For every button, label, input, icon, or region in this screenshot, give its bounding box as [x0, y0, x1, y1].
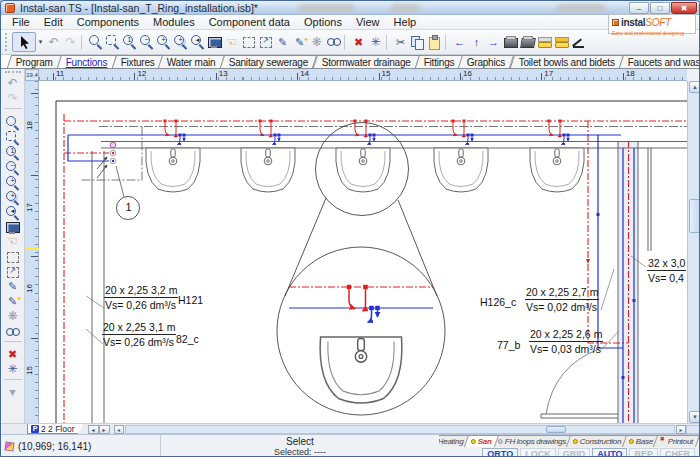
pan-icon[interactable]: ☜ [223, 34, 240, 51]
scroll-right-icon[interactable]: ► [676, 425, 686, 434]
spray-icon[interactable]: ❋ [4, 309, 21, 324]
scroll-left-icon[interactable]: ◄ [114, 425, 124, 434]
lock-toggle[interactable]: LOCK [520, 448, 556, 457]
orto-toggle[interactable]: ORTO [482, 448, 518, 457]
menu-item[interactable]: Component data [202, 15, 297, 30]
drawing-canvas[interactable]: 20 x 2,25 3,2 m Vs= 0,26 dm³/s H121 20 x… [39, 81, 687, 423]
zoom-scale-icon[interactable]: 1 [121, 34, 138, 51]
zoom-icon[interactable] [4, 114, 21, 129]
horizontal-scroll-thumb[interactable] [546, 426, 566, 433]
zoom-out-icon[interactable]: − [4, 159, 21, 174]
sheet-next-button[interactable]: ► [99, 425, 110, 434]
rep-toggle[interactable]: REP [629, 448, 658, 457]
zoom-scale-icon[interactable]: 1 [4, 144, 21, 159]
zoom-back-icon[interactable]: ◂ [189, 34, 206, 51]
tab-functions[interactable]: Functions [57, 55, 117, 68]
redraw-icon[interactable] [4, 219, 21, 234]
select-region-icon[interactable] [240, 34, 257, 51]
move-left-icon[interactable]: ← [451, 34, 468, 51]
scroll-up-icon[interactable]: ▲ [689, 81, 700, 93]
layer-tab-construction[interactable]: Construction [566, 435, 629, 447]
redo-icon[interactable]: ↷ [62, 34, 79, 51]
zoom-page-icon[interactable]: + [4, 189, 21, 204]
highlighter-icon[interactable]: ✎ [4, 294, 21, 309]
undo-icon[interactable]: ↶ [4, 76, 21, 91]
spray-icon[interactable]: ❋ [308, 34, 325, 51]
zoom-in-icon[interactable]: + [4, 174, 21, 189]
search-icon[interactable] [325, 34, 342, 51]
pan-icon[interactable]: ☜ [4, 234, 21, 249]
maximize-button[interactable]: □ [650, 2, 670, 14]
move-up-icon[interactable]: ↑ [468, 34, 485, 51]
zoom-out-icon[interactable]: − [138, 34, 155, 51]
zoom-window-icon[interactable] [4, 129, 21, 144]
select-tool-button[interactable] [12, 32, 36, 52]
layers-add-icon[interactable] [553, 34, 570, 51]
tab-faucets-washbasins[interactable]: Faucets and washbasins [619, 55, 700, 68]
separator[interactable] [445, 35, 449, 50]
tab-water-main[interactable]: Water main [158, 55, 225, 68]
undo-icon[interactable]: ↶ [45, 34, 62, 51]
chfr-toggle[interactable]: CHFR [660, 448, 695, 457]
zoom-in-icon[interactable]: + [155, 34, 172, 51]
layer-tab-fh-loops[interactable]: FH loops drawings [491, 435, 574, 447]
vertical-scroll-thumb[interactable] [689, 199, 700, 233]
redo-icon[interactable]: ↷ [4, 91, 21, 106]
paste-icon[interactable] [426, 34, 443, 51]
separator[interactable] [4, 108, 22, 112]
highlighter-icon[interactable]: ✎ [291, 34, 308, 51]
draw-icon[interactable]: ✎ [274, 34, 291, 51]
tab-program[interactable]: Program [7, 55, 62, 68]
separator[interactable] [4, 341, 22, 345]
minimize-button[interactable]: – [629, 2, 649, 14]
delete-icon[interactable]: ✖ [4, 347, 21, 362]
fixture-connections[interactable] [164, 120, 570, 145]
menu-item[interactable]: Components [70, 15, 146, 30]
tab-fixtures[interactable]: Fixtures [111, 55, 163, 68]
more-icon[interactable]: ▾ [4, 385, 21, 400]
cut-icon[interactable]: ✂ [392, 34, 409, 51]
search-icon[interactable] [4, 324, 21, 339]
select-tool-dropdown-icon[interactable]: ▾ [36, 32, 45, 52]
menu-item[interactable]: Options [297, 15, 349, 30]
menu-item[interactable]: View [349, 15, 387, 30]
sheet-tab[interactable]: P 2 2 Floor [27, 424, 84, 434]
horizontal-scrollbar[interactable] [125, 425, 675, 434]
toolbar-grip[interactable] [5, 71, 21, 74]
angle-icon[interactable] [570, 34, 587, 51]
sheet-prev-button[interactable]: ◄ [88, 425, 99, 434]
menu-item[interactable]: File [5, 15, 37, 30]
select-region-icon[interactable] [4, 249, 21, 264]
layer-tab-printout[interactable]: Printout [653, 435, 700, 447]
print-icon[interactable] [502, 34, 519, 51]
menu-item[interactable]: Help [387, 15, 424, 30]
auto-toggle[interactable]: AUTO [592, 448, 627, 457]
copy-icon[interactable] [409, 34, 426, 51]
menu-item[interactable]: Modules [146, 15, 202, 30]
grid-toggle[interactable]: GRID [558, 448, 591, 457]
layers-icon[interactable] [536, 34, 553, 51]
separator[interactable] [344, 35, 348, 50]
scroll-down-icon[interactable]: ▼ [689, 411, 700, 423]
tab-sanitary-sewerage[interactable]: Sanitary sewerage [220, 55, 318, 68]
washbasins[interactable] [146, 148, 585, 192]
print-open-icon[interactable] [519, 34, 536, 51]
axis-icon[interactable]: ✳ [4, 362, 21, 377]
select-region-add-icon[interactable]: ↗ [4, 264, 21, 279]
redraw-icon[interactable] [206, 34, 223, 51]
select-region-add-icon[interactable]: ↗ [257, 34, 274, 51]
axis-icon[interactable]: ✳ [367, 34, 384, 51]
separator[interactable] [81, 35, 85, 50]
zoom-window-icon[interactable] [104, 34, 121, 51]
menu-item[interactable]: Edit [37, 15, 70, 30]
zoom-back-icon[interactable]: ◂ [4, 204, 21, 219]
tab-graphics[interactable]: Graphics [458, 55, 515, 68]
layer-tab-san[interactable]: San [463, 435, 498, 447]
title-bar[interactable]: Instal-san TS - [Instal-san_T_Ring_insta… [1, 1, 700, 15]
move-right-icon[interactable]: → [485, 34, 502, 51]
tab-fittings[interactable]: Fittings [415, 55, 464, 68]
separator[interactable] [4, 379, 22, 383]
zoom-page-icon[interactable]: + [172, 34, 189, 51]
tab-toilet-bowls[interactable]: Toilet bowls and bidets [510, 55, 624, 68]
separator[interactable] [386, 35, 390, 50]
